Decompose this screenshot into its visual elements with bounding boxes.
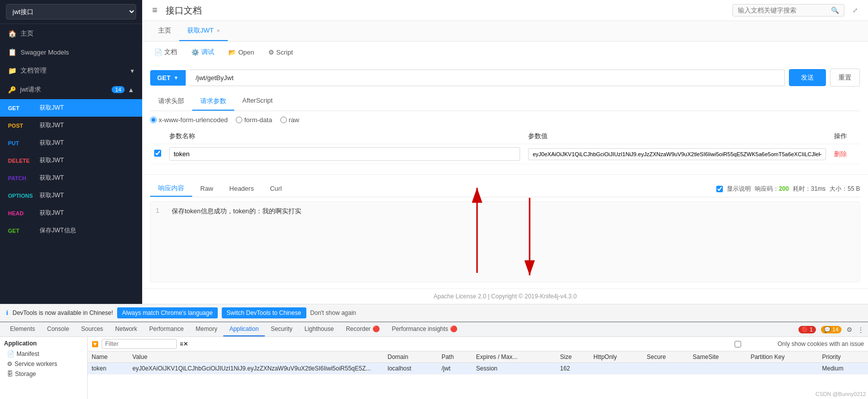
- sidebar-item-get-save-jwt[interactable]: GET 保存JWT信息: [0, 222, 142, 239]
- tabs-row: 主页 获取JWT ×: [142, 21, 868, 42]
- cookies-table: Name Value Domain Path Expires / Max... …: [88, 351, 868, 374]
- cookies-filter-input[interactable]: [102, 339, 177, 349]
- sidebar-item-delete-jwt[interactable]: DELETE 获取JWT: [0, 152, 142, 169]
- devtools-notify: ℹ DevTools is now available in Chinese! …: [0, 304, 868, 321]
- show-desc-checkbox[interactable]: [716, 186, 723, 192]
- col-priority: Priority: [818, 351, 868, 363]
- script-nav-icon: ⚙: [268, 49, 274, 56]
- cookie-path: /jwt: [438, 363, 472, 374]
- chevron-up-icon: ▲: [128, 86, 134, 94]
- sidebar-item-options-jwt[interactable]: OPTIONS 获取JWT: [0, 187, 142, 204]
- reset-button[interactable]: 重置: [830, 69, 860, 87]
- open-nav-icon: 📂: [228, 49, 236, 56]
- sidebar-item-get-jwt-0[interactable]: GET 获取JWT: [0, 99, 142, 117]
- sec-nav-script[interactable]: ⚙ Script: [264, 46, 297, 59]
- sidebar-item-docmgr[interactable]: 📁 文档管理 ▾: [0, 61, 142, 80]
- sec-nav-doc[interactable]: 📄 文档: [150, 46, 181, 59]
- search-bar: 🔍: [732, 4, 844, 17]
- params-area: x-www-form-urlencoded form-data raw: [150, 116, 860, 168]
- resp-size-label: 大小：55 B: [829, 185, 860, 193]
- project-select[interactable]: jwt接口: [6, 4, 136, 20]
- sw-icon: ⚙: [7, 360, 13, 367]
- resp-tab-headers[interactable]: Headers: [221, 182, 262, 196]
- sidebar-item-put-jwt[interactable]: PUT 获取JWT: [0, 134, 142, 152]
- resp-tab-content[interactable]: 响应内容: [150, 181, 192, 197]
- tab-get-jwt[interactable]: 获取JWT ×: [179, 21, 228, 41]
- col-check: [150, 129, 165, 144]
- expand-icon[interactable]: ⤢: [852, 7, 858, 14]
- sidebar-group-jwt[interactable]: 🔑 jwt请求 14 ▲: [0, 80, 142, 99]
- btn-always-match[interactable]: Always match Chrome's language: [117, 307, 218, 318]
- devtools-tab-perf-insights[interactable]: Performance insights 🔴: [386, 322, 464, 336]
- col-samesite: SameSite: [689, 351, 747, 363]
- devtools-tab-application[interactable]: Application: [223, 322, 265, 336]
- btn-dont-show[interactable]: Don't show again: [310, 309, 356, 316]
- cookies-header-row: Name Value Domain Path Expires / Max... …: [88, 351, 868, 363]
- encoding-urlencoded[interactable]: x-www-form-urlencoded: [150, 116, 228, 124]
- url-input[interactable]: [190, 70, 785, 86]
- only-issues-checkbox[interactable]: [700, 341, 775, 347]
- devtools-body: Application 📄 Manifest ⚙ Service workers…: [0, 337, 868, 399]
- send-button[interactable]: 发送: [789, 69, 826, 86]
- sec-nav-test[interactable]: ⚙️ 调试: [187, 46, 218, 59]
- devtools-sidebar-service-workers[interactable]: ⚙ Service workers: [4, 359, 83, 369]
- col-partition-key: Partition Key: [746, 351, 818, 363]
- cookies-table-wrapper: Name Value Domain Path Expires / Max... …: [88, 351, 868, 399]
- devtools-tab-performance[interactable]: Performance: [143, 322, 190, 336]
- more-icon[interactable]: ⋮: [857, 326, 864, 333]
- devtools-tab-lighthouse[interactable]: Lighthouse: [298, 322, 340, 336]
- error-badge: 🔴 1: [798, 326, 816, 333]
- resp-tab-curl[interactable]: Curl: [262, 182, 290, 196]
- menu-icon[interactable]: ≡: [152, 5, 158, 16]
- cookie-priority: Medium: [818, 363, 868, 374]
- cookie-name: token: [88, 363, 129, 374]
- devtools-tab-memory[interactable]: Memory: [190, 322, 223, 336]
- req-tab-headers[interactable]: 请求头部: [150, 93, 192, 111]
- test-nav-icon: ⚙️: [191, 49, 199, 56]
- sec-nav-open[interactable]: 📂 Open: [224, 46, 258, 59]
- license-footer: Apache License 2.0 | Copyright © 2019-Kn…: [142, 288, 868, 304]
- devtools-tab-recorder[interactable]: Recorder 🔴: [340, 322, 386, 336]
- sidebar-item-head-jwt[interactable]: HEAD 获取JWT: [0, 204, 142, 222]
- sidebar-item-home[interactable]: 🏠 主页: [0, 24, 142, 43]
- devtools-tab-security[interactable]: Security: [265, 322, 298, 336]
- request-area: GET ▼ 发送 重置 请求头部 请求参数 AfterScript: [142, 63, 868, 175]
- csdn-watermark: CSDN @Bunny0212: [815, 391, 866, 397]
- devtools-tab-network[interactable]: Network: [109, 322, 143, 336]
- devtools-sidebar: Application 📄 Manifest ⚙ Service workers…: [0, 337, 88, 399]
- search-input[interactable]: [738, 7, 828, 14]
- param-value-input[interactable]: [528, 148, 826, 160]
- info-icon: ℹ: [6, 309, 9, 316]
- col-param-value: 参数值: [524, 129, 830, 144]
- devtools-sidebar-manifest[interactable]: 📄 Manifest: [4, 349, 83, 359]
- filter-options-icon[interactable]: ≡✕: [180, 340, 188, 347]
- sidebar-item-swagger[interactable]: 📋 Swagger Models: [0, 43, 142, 61]
- search-icon: 🔍: [831, 7, 839, 14]
- cookie-httponly: [590, 363, 643, 374]
- sidebar-header: jwt接口: [0, 0, 142, 24]
- param-delete-button[interactable]: 删除: [834, 150, 847, 158]
- encoding-formdata[interactable]: form-data: [236, 116, 272, 124]
- resp-tab-raw[interactable]: Raw: [192, 182, 221, 196]
- param-checkbox[interactable]: [154, 150, 161, 157]
- tab-close-icon[interactable]: ×: [217, 28, 220, 34]
- col-value: Value: [129, 351, 384, 363]
- cookie-row[interactable]: token eyJ0eXAiOiJKV1QiLCJhbGciOiJIUzI1Ni…: [88, 363, 868, 374]
- devtools-tab-console[interactable]: Console: [41, 322, 75, 336]
- req-tab-afterscript[interactable]: AfterScript: [234, 93, 281, 111]
- encoding-raw[interactable]: raw: [280, 116, 299, 124]
- devtools-tab-elements[interactable]: Elements: [4, 322, 41, 336]
- method-select[interactable]: GET ▼: [150, 70, 186, 86]
- settings-icon[interactable]: ⚙: [846, 326, 852, 333]
- devtools-tab-sources[interactable]: Sources: [75, 322, 109, 336]
- home-icon: 🏠: [8, 30, 17, 38]
- devtools-sidebar-storage[interactable]: 🗄 Storage: [4, 369, 83, 379]
- response-area: 响应内容 Raw Headers Curl 显示说明 响应码：200 耗时：31…: [142, 175, 868, 288]
- method-chevron-icon: ▼: [174, 75, 179, 81]
- req-tab-params[interactable]: 请求参数: [192, 93, 234, 111]
- param-name-input[interactable]: [169, 147, 520, 161]
- btn-switch-chinese[interactable]: Switch DevTools to Chinese: [222, 307, 306, 318]
- tab-main[interactable]: 主页: [150, 21, 179, 41]
- sidebar-item-post-jwt[interactable]: POST 获取JWT: [0, 117, 142, 134]
- sidebar-item-patch-jwt[interactable]: PATCH 获取JWT: [0, 169, 142, 187]
